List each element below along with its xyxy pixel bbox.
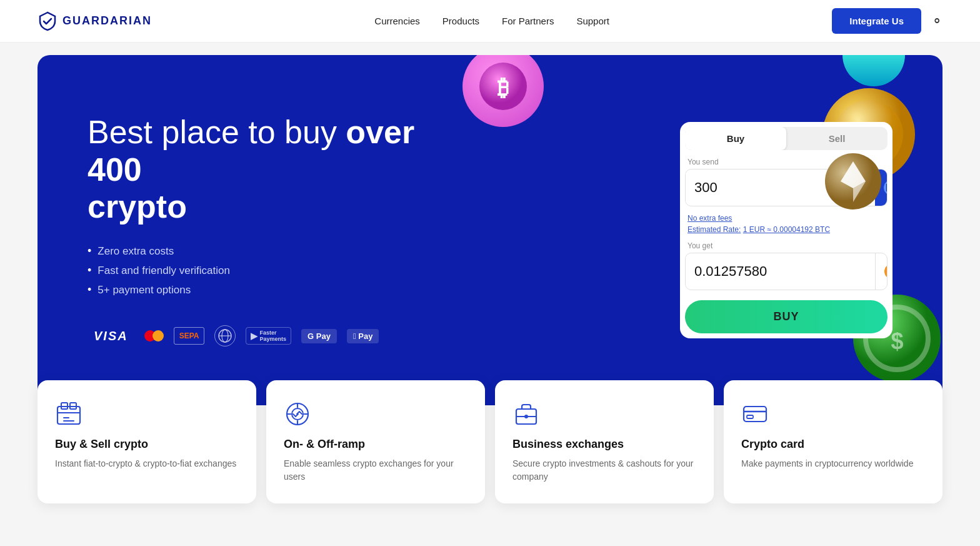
apple-pay-logo:  Pay bbox=[347, 329, 379, 343]
to-currency-selector[interactable]: ₿ BTC ▼ bbox=[875, 253, 888, 290]
card-1-title: Buy & Sell crypto bbox=[55, 438, 239, 451]
tab-buy[interactable]: Buy bbox=[685, 127, 786, 150]
svg-rect-34 bbox=[744, 407, 766, 422]
feature-card-buy-sell: Buy & Sell crypto Instant fiat-to-crypto… bbox=[38, 380, 256, 503]
feature-card-business: Business exchanges Secure crypto investm… bbox=[495, 380, 714, 503]
buy-sell-icon bbox=[55, 400, 82, 428]
card-4-title: Crypto card bbox=[741, 438, 925, 451]
no-extra-fees-link[interactable]: No extra fees bbox=[688, 214, 885, 223]
guardarian-logo-icon bbox=[38, 11, 58, 31]
card-3-desc: Secure crypto investments & cashouts for… bbox=[512, 457, 696, 483]
svg-text:$: $ bbox=[891, 328, 903, 354]
feature-card-ramp: On- & Off-ramp Enable seamless crypto ex… bbox=[266, 380, 485, 503]
hero-section: ₿ $ $ Best place to buy over 400crypto Z… bbox=[38, 55, 942, 405]
hero-title: Best place to buy over 400crypto bbox=[88, 114, 425, 226]
crypto-card-icon bbox=[741, 400, 769, 428]
faster-payments-logo: ▶FasterPayments bbox=[246, 327, 291, 345]
payment-logos: VISA SEPA ▶FasterPayments G Pay  Pay bbox=[88, 325, 425, 346]
you-get-input[interactable] bbox=[686, 255, 875, 288]
you-get-row: ₿ BTC ▼ bbox=[685, 253, 888, 290]
user-account-icon[interactable]: ⚬ bbox=[931, 13, 942, 29]
logo-text: GUARDARIAN bbox=[62, 14, 152, 28]
business-icon bbox=[512, 400, 540, 428]
estimated-rate: Estimated Rate: 1 EUR ≈ 0.00004192 BTC bbox=[688, 225, 885, 234]
coin-teal-top bbox=[842, 55, 905, 86]
nav-links: Currencies Products For Partners Support bbox=[374, 16, 609, 26]
tab-sell[interactable]: Sell bbox=[786, 127, 888, 150]
ramp-icon bbox=[284, 400, 311, 428]
nav-for-partners[interactable]: For Partners bbox=[502, 16, 554, 26]
logo-area: GUARDARIAN bbox=[38, 11, 152, 31]
card-3-title: Business exchanges bbox=[512, 438, 696, 451]
coin-bitcoin-pink: ₿ bbox=[462, 55, 544, 127]
sepa-logo: SEPA bbox=[174, 327, 205, 345]
svg-text:₿: ₿ bbox=[498, 75, 509, 101]
btc-icon: ₿ bbox=[884, 264, 888, 279]
navbar: GUARDARIAN Currencies Products For Partn… bbox=[0, 0, 980, 43]
navbar-actions: Integrate Us ⚬ bbox=[832, 8, 942, 34]
eur-flag bbox=[884, 180, 888, 195]
card-2-title: On- & Off-ramp bbox=[284, 438, 468, 451]
swift-logo bbox=[214, 325, 236, 346]
card-1-desc: Instant fiat-to-crypto & crypto-to-fiat … bbox=[55, 457, 239, 470]
hero-bullets: Zero extra costs Fast and friendly verif… bbox=[88, 245, 425, 303]
bullet-1: Zero extra costs bbox=[88, 245, 425, 258]
widget-tabs: Buy Sell bbox=[685, 127, 888, 150]
hero-text-content: Best place to buy over 400crypto Zero ex… bbox=[88, 93, 425, 368]
coin-ethereum bbox=[824, 152, 883, 214]
buy-button[interactable]: BUY bbox=[685, 300, 888, 333]
bullet-3: 5+ payment options bbox=[88, 283, 425, 296]
card-4-desc: Make payments in cryptocurrency worldwid… bbox=[741, 457, 925, 470]
svg-point-33 bbox=[524, 415, 528, 418]
svg-rect-36 bbox=[747, 415, 753, 418]
nav-products[interactable]: Products bbox=[442, 16, 479, 26]
integrate-button[interactable]: Integrate Us bbox=[832, 8, 921, 34]
mastercard-logo bbox=[144, 327, 164, 345]
nav-support[interactable]: Support bbox=[576, 16, 609, 26]
you-get-field: You get ₿ BTC ▼ bbox=[685, 241, 888, 290]
svg-rect-15 bbox=[886, 184, 888, 191]
feature-card-crypto-card: Crypto card Make payments in cryptocurre… bbox=[724, 380, 942, 503]
bullet-2: Fast and friendly verification bbox=[88, 264, 425, 277]
visa-logo: VISA bbox=[88, 327, 134, 345]
gpay-logo: G Pay bbox=[301, 329, 337, 343]
nav-currencies[interactable]: Currencies bbox=[374, 16, 420, 26]
card-2-desc: Enable seamless crypto exchanges for you… bbox=[284, 457, 468, 483]
you-get-label: You get bbox=[685, 241, 888, 250]
feature-cards: Buy & Sell crypto Instant fiat-to-crypto… bbox=[0, 380, 980, 522]
